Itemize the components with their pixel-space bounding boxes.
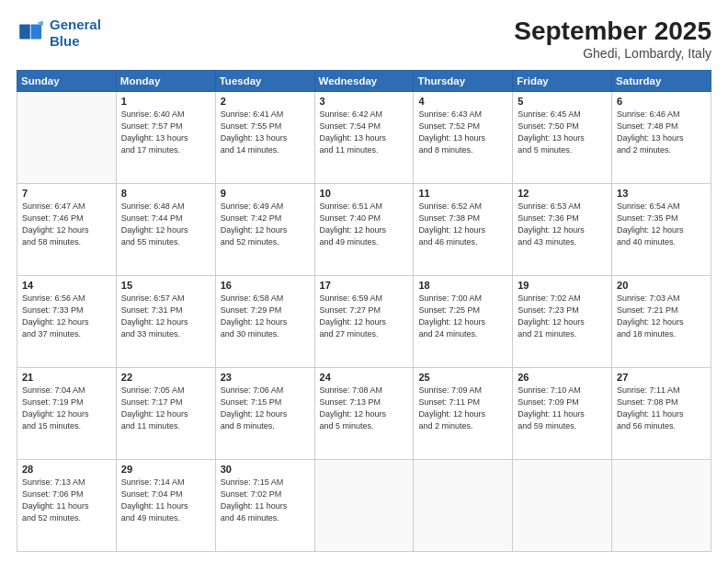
location: Ghedi, Lombardy, Italy	[514, 46, 711, 61]
day-info: Sunrise: 6:41 AM Sunset: 7:55 PM Dayligh…	[221, 109, 310, 156]
day-cell: 4Sunrise: 6:43 AM Sunset: 7:52 PM Daylig…	[414, 92, 513, 184]
day-number: 13	[617, 188, 706, 199]
day-cell: 19Sunrise: 7:02 AM Sunset: 7:23 PM Dayli…	[513, 276, 612, 368]
day-cell: 20Sunrise: 7:03 AM Sunset: 7:21 PM Dayli…	[612, 276, 711, 368]
week-row-4: 21Sunrise: 7:04 AM Sunset: 7:19 PM Dayli…	[17, 368, 711, 460]
weekday-header-tuesday: Tuesday	[215, 71, 314, 92]
day-info: Sunrise: 7:08 AM Sunset: 7:13 PM Dayligh…	[320, 385, 409, 432]
day-number: 20	[617, 280, 706, 291]
day-info: Sunrise: 7:04 AM Sunset: 7:19 PM Dayligh…	[22, 385, 111, 432]
week-row-2: 7Sunrise: 6:47 AM Sunset: 7:46 PM Daylig…	[17, 184, 711, 276]
day-number: 12	[518, 188, 607, 199]
day-number: 14	[22, 280, 111, 291]
day-number: 24	[320, 372, 409, 383]
day-info: Sunrise: 6:46 AM Sunset: 7:48 PM Dayligh…	[617, 109, 706, 156]
day-cell: 30Sunrise: 7:15 AM Sunset: 7:02 PM Dayli…	[215, 460, 314, 552]
week-row-1: 1Sunrise: 6:40 AM Sunset: 7:57 PM Daylig…	[17, 92, 711, 184]
day-cell: 2Sunrise: 6:41 AM Sunset: 7:55 PM Daylig…	[215, 92, 314, 184]
day-info: Sunrise: 7:09 AM Sunset: 7:11 PM Dayligh…	[418, 385, 507, 432]
day-cell: 5Sunrise: 6:45 AM Sunset: 7:50 PM Daylig…	[513, 92, 612, 184]
day-cell	[612, 460, 711, 552]
day-number: 17	[320, 280, 409, 291]
svg-rect-1	[30, 24, 41, 39]
day-number: 7	[22, 188, 111, 199]
day-number: 10	[320, 188, 409, 199]
day-cell: 15Sunrise: 6:57 AM Sunset: 7:31 PM Dayli…	[116, 276, 215, 368]
day-info: Sunrise: 6:53 AM Sunset: 7:36 PM Dayligh…	[518, 201, 607, 248]
day-info: Sunrise: 7:03 AM Sunset: 7:21 PM Dayligh…	[617, 293, 706, 340]
day-number: 1	[121, 96, 210, 107]
day-cell: 10Sunrise: 6:51 AM Sunset: 7:40 PM Dayli…	[314, 184, 414, 276]
day-number: 21	[22, 372, 111, 383]
weekday-header-friday: Friday	[513, 71, 612, 92]
weekday-header-row: SundayMondayTuesdayWednesdayThursdayFrid…	[17, 71, 711, 92]
day-info: Sunrise: 6:54 AM Sunset: 7:35 PM Dayligh…	[617, 201, 706, 248]
day-cell: 18Sunrise: 7:00 AM Sunset: 7:25 PM Dayli…	[414, 276, 513, 368]
day-cell: 7Sunrise: 6:47 AM Sunset: 7:46 PM Daylig…	[17, 184, 117, 276]
day-info: Sunrise: 6:48 AM Sunset: 7:44 PM Dayligh…	[121, 201, 210, 248]
day-number: 15	[121, 280, 210, 291]
day-cell: 24Sunrise: 7:08 AM Sunset: 7:13 PM Dayli…	[314, 368, 414, 460]
day-number: 29	[121, 464, 210, 475]
day-info: Sunrise: 6:57 AM Sunset: 7:31 PM Dayligh…	[121, 293, 210, 340]
day-number: 9	[221, 188, 310, 199]
day-cell: 8Sunrise: 6:48 AM Sunset: 7:44 PM Daylig…	[116, 184, 215, 276]
day-info: Sunrise: 7:05 AM Sunset: 7:17 PM Dayligh…	[121, 385, 210, 432]
day-cell	[513, 460, 612, 552]
day-cell	[314, 460, 414, 552]
day-cell: 3Sunrise: 6:42 AM Sunset: 7:54 PM Daylig…	[314, 92, 414, 184]
day-info: Sunrise: 7:11 AM Sunset: 7:08 PM Dayligh…	[617, 385, 706, 432]
day-info: Sunrise: 6:43 AM Sunset: 7:52 PM Dayligh…	[418, 109, 507, 156]
day-number: 5	[518, 96, 607, 107]
day-info: Sunrise: 6:49 AM Sunset: 7:42 PM Dayligh…	[221, 201, 310, 248]
day-number: 30	[221, 464, 310, 475]
weekday-header-wednesday: Wednesday	[314, 71, 414, 92]
day-cell: 6Sunrise: 6:46 AM Sunset: 7:48 PM Daylig…	[612, 92, 711, 184]
day-info: Sunrise: 6:52 AM Sunset: 7:38 PM Dayligh…	[418, 201, 507, 248]
day-number: 3	[320, 96, 409, 107]
day-cell	[17, 92, 117, 184]
day-cell: 28Sunrise: 7:13 AM Sunset: 7:06 PM Dayli…	[17, 460, 117, 552]
day-cell: 21Sunrise: 7:04 AM Sunset: 7:19 PM Dayli…	[17, 368, 117, 460]
day-cell: 11Sunrise: 6:52 AM Sunset: 7:38 PM Dayli…	[414, 184, 513, 276]
day-number: 18	[418, 280, 507, 291]
day-info: Sunrise: 6:45 AM Sunset: 7:50 PM Dayligh…	[518, 109, 607, 156]
weekday-header-saturday: Saturday	[612, 71, 711, 92]
day-number: 4	[418, 96, 507, 107]
day-number: 26	[518, 372, 607, 383]
weekday-header-monday: Monday	[116, 71, 215, 92]
day-cell: 9Sunrise: 6:49 AM Sunset: 7:42 PM Daylig…	[215, 184, 314, 276]
day-info: Sunrise: 7:10 AM Sunset: 7:09 PM Dayligh…	[518, 385, 607, 432]
header: General Blue September 2025 Ghedi, Lomba…	[17, 17, 711, 61]
day-info: Sunrise: 6:40 AM Sunset: 7:57 PM Dayligh…	[121, 109, 210, 156]
logo: General Blue	[17, 17, 101, 50]
day-cell: 14Sunrise: 6:56 AM Sunset: 7:33 PM Dayli…	[17, 276, 117, 368]
day-cell: 22Sunrise: 7:05 AM Sunset: 7:17 PM Dayli…	[116, 368, 215, 460]
weekday-header-thursday: Thursday	[414, 71, 513, 92]
day-cell: 16Sunrise: 6:58 AM Sunset: 7:29 PM Dayli…	[215, 276, 314, 368]
day-info: Sunrise: 6:51 AM Sunset: 7:40 PM Dayligh…	[320, 201, 409, 248]
title-block: September 2025 Ghedi, Lombardy, Italy	[514, 17, 711, 61]
day-cell: 27Sunrise: 7:11 AM Sunset: 7:08 PM Dayli…	[612, 368, 711, 460]
calendar-table: SundayMondayTuesdayWednesdayThursdayFrid…	[17, 70, 711, 552]
day-info: Sunrise: 6:58 AM Sunset: 7:29 PM Dayligh…	[221, 293, 310, 340]
day-number: 27	[617, 372, 706, 383]
day-cell: 25Sunrise: 7:09 AM Sunset: 7:11 PM Dayli…	[414, 368, 513, 460]
day-number: 8	[121, 188, 210, 199]
day-info: Sunrise: 7:00 AM Sunset: 7:25 PM Dayligh…	[418, 293, 507, 340]
month-title: September 2025	[514, 17, 711, 46]
day-info: Sunrise: 7:06 AM Sunset: 7:15 PM Dayligh…	[221, 385, 310, 432]
day-number: 22	[121, 372, 210, 383]
day-info: Sunrise: 7:13 AM Sunset: 7:06 PM Dayligh…	[22, 477, 111, 524]
day-number: 23	[221, 372, 310, 383]
week-row-3: 14Sunrise: 6:56 AM Sunset: 7:33 PM Dayli…	[17, 276, 711, 368]
week-row-5: 28Sunrise: 7:13 AM Sunset: 7:06 PM Dayli…	[17, 460, 711, 552]
day-info: Sunrise: 6:47 AM Sunset: 7:46 PM Dayligh…	[22, 201, 111, 248]
svg-rect-0	[19, 24, 30, 39]
page: General Blue September 2025 Ghedi, Lomba…	[0, 0, 728, 563]
day-number: 25	[418, 372, 507, 383]
day-info: Sunrise: 7:14 AM Sunset: 7:04 PM Dayligh…	[121, 477, 210, 524]
day-cell: 12Sunrise: 6:53 AM Sunset: 7:36 PM Dayli…	[513, 184, 612, 276]
weekday-header-sunday: Sunday	[17, 71, 117, 92]
day-cell: 26Sunrise: 7:10 AM Sunset: 7:09 PM Dayli…	[513, 368, 612, 460]
